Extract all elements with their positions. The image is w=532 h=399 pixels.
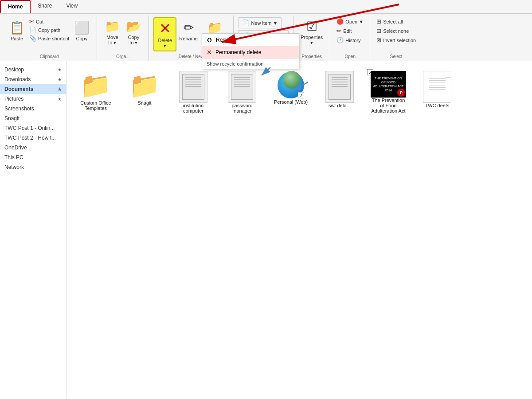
ribbon-group-select: ⊞ Select all ⊟ Select none ⊠ Invert sele… <box>370 16 422 61</box>
edit-icon: ✏ <box>336 27 341 34</box>
copy-button[interactable]: ⬜ Copy <box>71 17 92 44</box>
file-label: Custom OfficeTemplates <box>80 100 111 111</box>
new-item-button[interactable]: 📄 New item ▼ <box>238 17 282 28</box>
sidebar-item-twc2[interactable]: TWC Post 2 - How t... <box>0 133 66 143</box>
delete-dropdown: ♻ Recycle ✕ Permanently delete Show recy… <box>202 33 299 69</box>
doc-icon <box>325 71 354 103</box>
recycle-icon: ♻ <box>207 36 212 43</box>
open-icon: 🔴 <box>336 18 344 25</box>
app-container: Home Share View 📋 Paste ✂ Cut <box>0 0 532 399</box>
select-all-icon: ⊞ <box>376 18 381 25</box>
sidebar: Desktop ★ Downloads ★ Documents ★ Pictur… <box>0 61 66 399</box>
paste-icon: 📋 <box>9 20 25 35</box>
copy-icon: ⬜ <box>74 20 90 35</box>
rename-icon: ✏ <box>184 20 194 35</box>
history-button[interactable]: 🕐 History <box>335 36 362 44</box>
copy-path-button[interactable]: 📄 Copy path <box>27 26 71 34</box>
cut-button[interactable]: ✂ Cut <box>27 17 71 26</box>
clipboard-label: Clipboard <box>40 53 59 59</box>
ribbon-group-organize: 📁 Moveto ▾ 📂 Copyto ▾ Orga... <box>97 16 149 61</box>
paste-button[interactable]: 📋 Paste <box>6 17 27 44</box>
delete-icon: ✕ <box>159 20 171 37</box>
paste-shortcut-button[interactable]: 📎 Paste shortcut <box>27 34 71 43</box>
open-content: 🔴 Open ▼ ✏ Edit 🕐 History <box>334 16 366 53</box>
file-label: TWC deets <box>425 103 449 108</box>
select-none-icon: ⊟ <box>376 27 381 34</box>
sidebar-item-documents[interactable]: Documents ★ <box>0 84 66 94</box>
copy-path-icon: 📄 <box>29 27 36 33</box>
ppt-thumbnail: THE PREVENTION OF FOOD ADULTERATION ACT … <box>371 71 406 98</box>
txt-icon <box>423 71 451 103</box>
file-label: passwordmanager <box>231 103 252 113</box>
copy-folder-icon: 📂 <box>126 19 141 34</box>
paste-shortcut-icon: 📎 <box>29 35 36 42</box>
scissors-icon: ✂ <box>29 18 34 25</box>
move-to-button[interactable]: 📁 Moveto ▾ <box>102 17 123 47</box>
ribbon-group-clipboard: 📋 Paste ✂ Cut 📄 Copy path <box>2 16 97 61</box>
recycle-option[interactable]: ♻ Recycle <box>202 34 299 46</box>
organize-content: 📁 Moveto ▾ 📂 Copyto ▾ <box>101 16 145 53</box>
tab-view[interactable]: View <box>59 0 85 13</box>
files-grid: 📁 Custom OfficeTemplates 📁 Snagit <box>74 68 525 116</box>
doc-icon <box>179 71 207 103</box>
new-folder-icon: 📁 <box>207 20 223 35</box>
select-none-button[interactable]: ⊟ Select none <box>375 27 411 35</box>
sidebar-item-desktop[interactable]: Desktop ★ <box>0 65 66 74</box>
recycle-confirmation-info: Show recycle confirmation <box>202 59 299 69</box>
main-area: Desktop ★ Downloads ★ Documents ★ Pictur… <box>0 61 532 399</box>
clipboard-content: 📋 Paste ✂ Cut 📄 Copy path <box>5 16 93 53</box>
file-area[interactable]: 📁 Custom OfficeTemplates 📁 Snagit <box>66 61 532 399</box>
file-label: The Preventionof FoodAdulteration Act <box>371 98 405 113</box>
sidebar-item-twc1[interactable]: TWC Post 1 - Onlin... <box>0 123 66 133</box>
select-label: Select <box>390 53 403 59</box>
ribbon-tabs: Home Share View <box>0 0 532 14</box>
file-twc-deets[interactable]: TWC deets <box>415 68 459 116</box>
delete-button[interactable]: ✕ Delete ▾ <box>153 17 176 51</box>
invert-selection-button[interactable]: ⊠ Invert selection <box>375 36 418 44</box>
file-swt-deta[interactable]: swt deta... <box>317 68 362 116</box>
invert-icon: ⊠ <box>376 37 381 43</box>
ppt-thumbnail-text: THE PREVENTION OF FOOD ADULTERATION ACT … <box>371 74 406 94</box>
doc-icon <box>228 71 256 103</box>
edit-button[interactable]: ✏ Edit <box>335 27 353 35</box>
properties-label: Properties <box>301 53 322 59</box>
select-all-button[interactable]: ⊞ Select all <box>375 17 405 26</box>
properties-icon: ☑ <box>306 19 317 34</box>
file-prevention-act[interactable]: ✓ THE PREVENTION OF FOOD ADULTERATION AC… <box>366 68 411 116</box>
file-snagit[interactable]: 📁 Snagit <box>122 68 167 116</box>
history-icon: 🕐 <box>336 37 344 43</box>
organize-label: Orga... <box>116 53 130 59</box>
rename-button[interactable]: ✏ Rename <box>176 17 200 44</box>
folder-icon: 📁 <box>129 71 160 100</box>
ribbon-group-open: 🔴 Open ▼ ✏ Edit 🕐 History Open <box>330 16 370 61</box>
folder-icon: 📁 <box>80 71 111 100</box>
sidebar-item-this-pc[interactable]: This PC <box>0 153 66 162</box>
move-icon: 📁 <box>105 19 120 34</box>
file-personal-web[interactable]: ↗ Personal (Web) <box>269 68 313 116</box>
copy-to-button[interactable]: 📂 Copyto ▾ <box>123 17 144 47</box>
delete-group-label: Delete / New <box>179 53 204 59</box>
new-item-icon: 📄 <box>242 20 249 26</box>
file-label: Snagit <box>137 100 151 106</box>
sidebar-item-network[interactable]: Network <box>0 162 66 172</box>
tab-home[interactable]: Home <box>0 0 31 13</box>
file-label: institutioncomputer <box>183 103 203 113</box>
permanently-delete-option[interactable]: ✕ Permanently delete <box>202 46 299 59</box>
tab-share[interactable]: Share <box>31 0 59 13</box>
properties-button[interactable]: ☑ Properties ▾ <box>298 17 325 47</box>
open-label: Open <box>345 53 356 59</box>
open-button[interactable]: 🔴 Open ▼ <box>335 17 365 26</box>
sidebar-item-snagit[interactable]: Snagit <box>0 113 66 123</box>
sidebar-item-pictures[interactable]: Pictures ★ <box>0 94 66 104</box>
sidebar-item-downloads[interactable]: Downloads ★ <box>0 74 66 84</box>
file-custom-office-templates[interactable]: 📁 Custom OfficeTemplates <box>74 68 118 116</box>
sidebar-item-screenshots[interactable]: Screenshots <box>0 104 66 113</box>
permanently-delete-icon: ✕ <box>207 49 212 56</box>
file-institution-computer[interactable]: institutioncomputer <box>171 68 215 116</box>
sidebar-item-onedrive[interactable]: OneDrive <box>0 143 66 153</box>
file-password-manager[interactable]: passwordmanager <box>220 68 264 116</box>
clipboard-small-col: ✂ Cut 📄 Copy path 📎 Paste shortcut <box>27 17 71 43</box>
file-label: Personal (Web) <box>274 99 308 105</box>
edge-icon: ↗ <box>277 71 305 99</box>
properties-content: ☑ Properties ▾ <box>297 16 326 53</box>
